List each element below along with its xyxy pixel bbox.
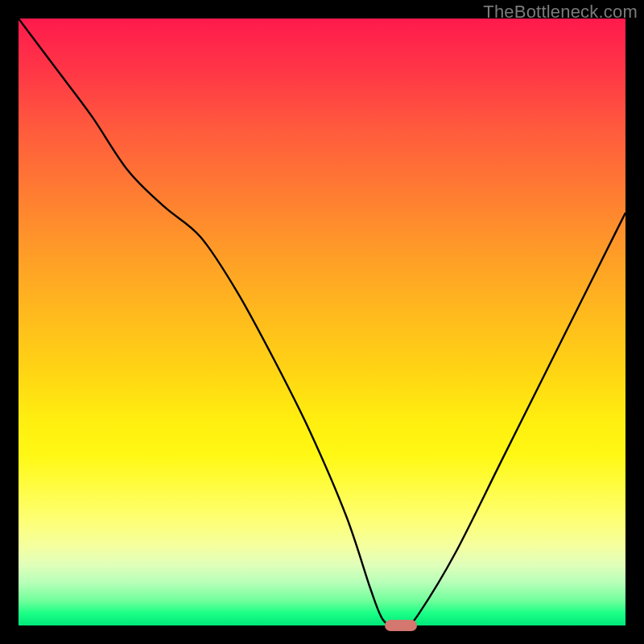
chart-plot-area bbox=[19, 19, 625, 625]
optimal-marker bbox=[385, 620, 417, 631]
watermark-text: TheBottleneck.com bbox=[483, 2, 638, 23]
